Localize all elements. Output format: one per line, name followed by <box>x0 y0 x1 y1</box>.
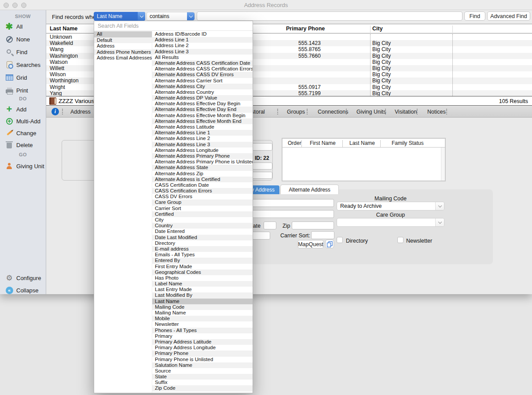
tab-alternate-address[interactable]: Alternate Address <box>280 185 339 194</box>
sidebar-item-find[interactable]: Find <box>0 47 46 57</box>
state-input[interactable] <box>264 221 276 229</box>
field-option[interactable]: Alternate Address Effective Month Begin <box>152 113 253 118</box>
field-option[interactable]: CASS Certification Errors <box>152 188 253 194</box>
field-option[interactable]: Alternate Address Country <box>152 89 253 95</box>
field-option[interactable]: Primary Address Longitude <box>152 345 253 351</box>
sidebar-item-giving-unit[interactable]: Giving Unit <box>0 161 46 171</box>
column-header-last-name[interactable]: Last Name <box>349 140 375 146</box>
tab-address[interactable]: Address <box>70 109 91 115</box>
field-option[interactable]: Phones - All Types <box>152 328 253 333</box>
field-option[interactable]: Last Modified By <box>152 292 253 298</box>
field-option[interactable]: Date Last Modified <box>152 235 253 240</box>
field-search-input[interactable]: Search All Fields <box>94 21 253 31</box>
find-button[interactable]: Find <box>464 11 485 21</box>
field-option[interactable]: Address Line 1 <box>152 37 253 43</box>
field-option[interactable]: Primary Phone <box>152 351 253 356</box>
field-option[interactable]: CASS Certification Date <box>152 182 253 188</box>
field-category-option[interactable]: Address Phone Numbers <box>94 49 152 55</box>
directory-checkbox[interactable] <box>337 237 343 243</box>
field-option[interactable]: State <box>152 374 253 380</box>
field-option[interactable]: CASS DV Errors <box>152 194 253 199</box>
sidebar-item-add[interactable]: + Add <box>0 104 46 114</box>
field-option[interactable]: Carrier Sort <box>152 206 253 211</box>
sidebar-item-searches[interactable]: Searches <box>0 60 46 70</box>
field-option[interactable]: Emails - All Types <box>152 252 253 258</box>
tab-connections[interactable]: Connections <box>318 109 349 115</box>
field-option[interactable]: Entered By <box>152 258 253 263</box>
newsletter-checkbox[interactable] <box>397 237 404 243</box>
field-option[interactable]: Alternate Address State <box>152 165 253 170</box>
copy-address-button[interactable] <box>325 240 334 248</box>
column-header-family-status[interactable]: Family Status <box>392 140 424 146</box>
column-header-order[interactable]: Order <box>288 140 301 146</box>
field-option[interactable]: Directory <box>152 240 253 246</box>
field-option[interactable]: First Entry Made <box>152 264 253 269</box>
mapquest-button[interactable]: MapQuest <box>297 240 324 248</box>
column-header-first-name[interactable]: First Name <box>310 140 336 146</box>
field-option[interactable]: Has Photo <box>152 275 253 281</box>
field-select[interactable]: Last Name <box>94 12 145 21</box>
field-option[interactable]: Geographical Codes <box>152 269 253 275</box>
field-option[interactable]: City <box>152 217 253 223</box>
mailing-code-select[interactable]: Ready to Archive <box>337 202 444 210</box>
field-category-option[interactable]: All <box>94 31 152 37</box>
field-option[interactable]: Alternate Address Carrier Sort <box>152 78 253 84</box>
field-option[interactable]: Address Line 2 <box>152 43 253 48</box>
field-option[interactable]: Label Name <box>152 281 253 287</box>
field-option[interactable]: Newsletter <box>152 321 253 327</box>
field-option[interactable]: Alternate Address Effective Day End <box>152 107 253 112</box>
field-option[interactable]: Alternate Address City <box>152 84 253 89</box>
advanced-find-button[interactable]: Advanced Find <box>487 11 530 21</box>
field-option[interactable]: Alternate Address Latitude <box>152 124 253 130</box>
field-option[interactable]: Alternate Address Line 3 <box>152 142 253 148</box>
field-option[interactable]: Address Line 3 <box>152 49 253 55</box>
field-option[interactable]: Mailing Code <box>152 304 253 310</box>
tab-visitation[interactable]: Visitation <box>395 109 417 115</box>
field-option[interactable]: Date Entered <box>152 229 253 234</box>
search-input[interactable] <box>197 11 462 21</box>
sidebar-item-configure[interactable]: ⚙ Configure <box>0 273 46 283</box>
field-option[interactable]: Suffix <box>152 380 253 385</box>
field-option[interactable]: Zip Code <box>152 385 253 391</box>
carrier-sort-input[interactable] <box>311 231 334 239</box>
column-header-last-name[interactable]: Last Name <box>50 26 77 32</box>
field-option[interactable]: All Results <box>152 55 253 60</box>
field-option[interactable]: Alternate Address Line 2 <box>152 136 253 141</box>
zip-input[interactable] <box>292 221 334 229</box>
column-header-city[interactable]: City <box>372 26 383 32</box>
info-icon[interactable]: i <box>51 108 59 115</box>
sidebar-item-all[interactable]: ✱ All <box>0 22 46 31</box>
field-option[interactable]: Alternate Address Line 1 <box>152 130 253 136</box>
field-option[interactable]: Source <box>152 368 253 374</box>
sidebar-item-change[interactable]: Change <box>0 128 46 138</box>
column-header-primary-phone[interactable]: Primary Phone <box>286 26 325 32</box>
field-option[interactable]: Primary Address Latitude <box>152 339 253 345</box>
sidebar-item-none[interactable]: None <box>0 34 46 44</box>
field-option[interactable]: Care Group <box>152 199 253 205</box>
field-option[interactable]: Alternate Address Effective Month End <box>152 118 253 124</box>
field-option[interactable]: Mailing Name <box>152 310 253 316</box>
sidebar-item-grid[interactable]: Grid <box>0 73 46 82</box>
field-option[interactable]: Last Entry Made <box>152 287 253 292</box>
field-option[interactable]: Alternate Address Primary Phone is Unlis… <box>152 159 253 165</box>
field-option[interactable]: Alternate Address CASS Certification Err… <box>152 66 253 72</box>
sidebar-item-print[interactable]: Print <box>0 85 46 95</box>
field-option[interactable]: Address ID/Barcode ID <box>152 31 253 37</box>
field-option[interactable]: Country <box>152 223 253 229</box>
sidebar-item-collapse[interactable]: « Collapse <box>0 285 46 295</box>
field-option[interactable]: Alternate Address DP Value <box>152 95 253 101</box>
operator-select[interactable]: contains <box>147 12 195 21</box>
field-option[interactable]: Primary Phone is Unlisted <box>152 357 253 362</box>
field-category-option[interactable]: Default <box>94 37 152 44</box>
tab-notices[interactable]: Notices <box>427 109 446 115</box>
field-option[interactable]: Alternate Address Primary Phone <box>152 153 253 159</box>
field-option[interactable]: Last Name <box>152 299 253 304</box>
field-category-option[interactable]: Address Email Addresses <box>94 55 152 61</box>
tab-giving-units[interactable]: Giving Units <box>356 109 386 115</box>
sidebar-item-multi-add[interactable]: Multi-Add <box>0 116 46 126</box>
field-option[interactable]: Certified <box>152 211 253 217</box>
care-group-select[interactable] <box>337 218 444 227</box>
field-option[interactable]: Alternate Address CASS Certification Dat… <box>152 60 253 66</box>
tab-groups[interactable]: Groups <box>287 109 305 115</box>
field-option[interactable]: Salutation Name <box>152 362 253 368</box>
